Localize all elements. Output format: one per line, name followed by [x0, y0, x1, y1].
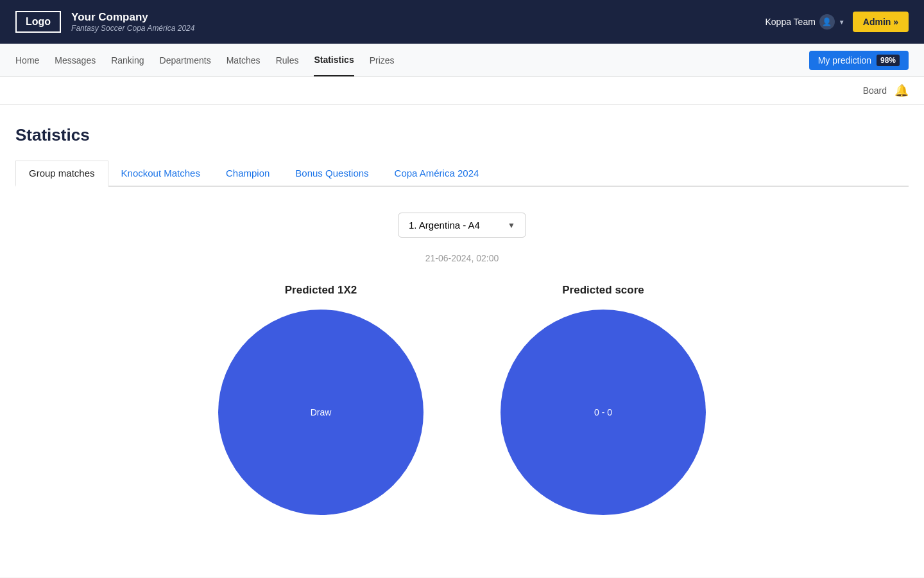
nav-departments[interactable]: Departments: [160, 44, 211, 76]
chart2-container: Predicted score 0 - 0: [501, 284, 706, 515]
tab-group-matches[interactable]: Group matches: [15, 161, 108, 187]
bell-icon[interactable]: 🔔: [894, 83, 909, 98]
user-icon: 👤: [819, 14, 835, 30]
nav-home[interactable]: Home: [15, 44, 39, 76]
company-sub: Fantasy Soccer Copa América 2024: [71, 24, 194, 33]
nav-prizes[interactable]: Prizes: [370, 44, 395, 76]
match-date: 21-06-2024, 02:00: [15, 253, 909, 263]
match-dropdown[interactable]: 1. Argentina - A4 ▼: [398, 213, 526, 238]
chart1-title: Predicted 1X2: [285, 284, 357, 297]
match-dropdown-container: 1. Argentina - A4 ▼: [15, 213, 909, 238]
chart2-pie: 0 - 0: [501, 310, 706, 515]
my-prediction-label: My prediction: [818, 55, 871, 66]
nav-messages[interactable]: Messages: [55, 44, 96, 76]
chart1-pie: Draw: [218, 310, 424, 515]
match-dropdown-value: 1. Argentina - A4: [409, 220, 480, 231]
company-info: Your Company Fantasy Soccer Copa América…: [71, 11, 194, 33]
nav-matches[interactable]: Matches: [227, 44, 261, 76]
charts-row: Predicted 1X2 Draw Predicted score 0 - 0: [15, 284, 909, 515]
chart2-title: Predicted score: [562, 284, 644, 297]
navigation: Home Messages Ranking Departments Matche…: [0, 44, 924, 77]
main-content: Statistics Group matches Knockout Matche…: [0, 105, 924, 577]
company-name: Your Company: [71, 11, 194, 24]
tab-knockout-matches[interactable]: Knockout Matches: [108, 161, 213, 187]
tabs: Group matches Knockout Matches Champion …: [15, 161, 909, 187]
user-info: Koppa Team 👤 ▼: [766, 14, 845, 30]
header-right: Koppa Team 👤 ▼ Admin »: [766, 12, 909, 32]
board-bar: Board 🔔: [0, 77, 924, 105]
chart2-center-label: 0 - 0: [594, 407, 612, 417]
prediction-badge: 98%: [877, 55, 900, 66]
tab-champion[interactable]: Champion: [213, 161, 282, 187]
header-left: Logo Your Company Fantasy Soccer Copa Am…: [15, 11, 194, 33]
page-title: Statistics: [15, 125, 909, 145]
chart1-container: Predicted 1X2 Draw: [218, 284, 424, 515]
dropdown-arrow-icon: ▼: [508, 221, 515, 230]
chart1-center-label: Draw: [311, 407, 332, 417]
board-label[interactable]: Board: [863, 85, 887, 96]
chevron-down-icon[interactable]: ▼: [839, 19, 845, 26]
nav-ranking[interactable]: Ranking: [111, 44, 144, 76]
nav-statistics[interactable]: Statistics: [314, 44, 354, 76]
logo: Logo: [15, 11, 61, 33]
user-name: Koppa Team: [766, 17, 816, 27]
nav-rules[interactable]: Rules: [276, 44, 299, 76]
my-prediction-button[interactable]: My prediction 98%: [809, 51, 909, 70]
header: Logo Your Company Fantasy Soccer Copa Am…: [0, 0, 924, 44]
nav-links: Home Messages Ranking Departments Matche…: [15, 44, 395, 76]
tab-bonus-questions[interactable]: Bonus Questions: [282, 161, 381, 187]
admin-button[interactable]: Admin »: [853, 12, 909, 32]
tab-copa-america[interactable]: Copa América 2024: [382, 161, 492, 187]
